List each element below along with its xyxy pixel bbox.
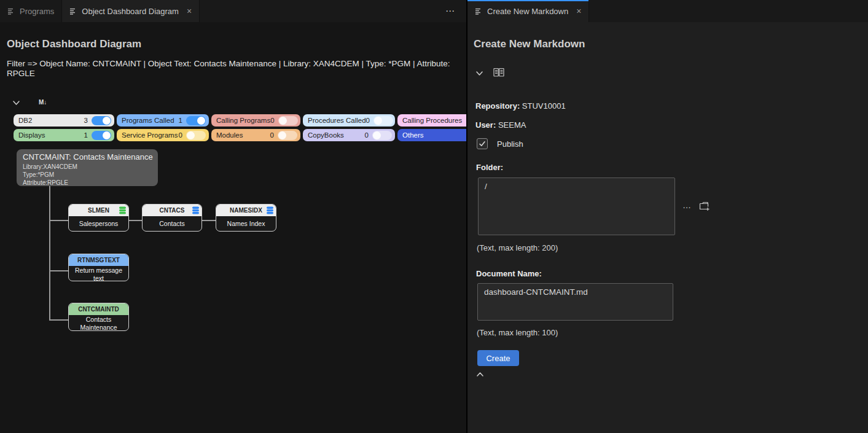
node-rtnmsgtext[interactable]: RTNMSGTEXT Return message text — [68, 254, 129, 281]
node-name: NAMESIDX — [230, 207, 262, 214]
create-button[interactable]: Create — [477, 350, 519, 366]
badge-others[interactable]: Others 0 — [397, 129, 466, 141]
node-namesidx[interactable]: NAMESIDX Names Index — [216, 204, 276, 232]
badge-programs-called[interactable]: Programs Called 1 — [117, 114, 209, 127]
tab-create-new-markdown[interactable]: Create New Markdown × — [467, 0, 589, 22]
chevron-up-icon[interactable] — [475, 370, 485, 379]
badge-label: Displays — [18, 131, 45, 139]
node-header: NAMESIDX — [216, 205, 276, 216]
connector-link — [129, 220, 142, 221]
document-name-input[interactable]: dashboard-CNTCMAINT.md — [477, 283, 673, 321]
left-tab-bar: Programs Object Dashboard Diagram × ⋯ — [0, 0, 466, 22]
node-description: Contacts — [143, 216, 201, 231]
toggle-switch[interactable] — [372, 131, 392, 140]
chevron-down-icon[interactable] — [12, 98, 21, 107]
connector-trunk — [49, 186, 50, 321]
node-header: CNTCMAINTD — [69, 303, 128, 315]
toggle-switch[interactable] — [92, 116, 111, 125]
chevron-down-icon[interactable] — [475, 69, 484, 78]
badge-label: Modules — [216, 131, 243, 139]
badge-label: Calling Programs — [216, 117, 270, 124]
publish-label: Publish — [497, 139, 523, 149]
list-icon — [69, 7, 77, 15]
tab-label: Create New Markdown — [487, 7, 568, 16]
badge-label: Calling Procedures — [402, 117, 462, 124]
user-value: SEEMA — [498, 120, 526, 130]
badge-label: CopyBooks — [308, 131, 344, 139]
new-folder-icon[interactable] — [699, 201, 710, 211]
more-actions-icon[interactable]: ⋯ — [434, 6, 466, 17]
close-icon[interactable]: × — [576, 7, 581, 15]
node-header: SLMEN — [69, 205, 128, 216]
badge-calling-procedures[interactable]: Calling Procedures 0 — [397, 114, 466, 127]
folder-label: Folder: — [476, 163, 503, 172]
database-icon — [267, 206, 273, 214]
badge-count: 1 — [179, 117, 186, 124]
toggle-switch[interactable] — [186, 131, 206, 140]
user-line: User: SEEMA — [475, 120, 526, 130]
badge-count: 1 — [84, 131, 92, 139]
toggle-badge-grid: DB2 3 Programs Called 1 Calling Programs… — [14, 114, 466, 141]
tab-label: Object Dashboard Diagram — [82, 7, 179, 16]
app-window: { "left_panel": { "tabs": [ { "label": "… — [0, 0, 868, 433]
node-cntcmaintd[interactable]: CNTCMAINTD Contacts Maintenance — [68, 303, 129, 331]
list-icon — [7, 7, 15, 15]
badge-calling-programs[interactable]: Calling Programs 0 — [211, 114, 300, 127]
browse-folder-icon[interactable]: … — [682, 200, 692, 210]
badge-label: Others — [402, 131, 424, 139]
root-node-type: Type:*PGM — [23, 171, 152, 179]
connector-branch — [50, 270, 69, 271]
repository-label: Repository: — [475, 101, 520, 111]
badge-label: Programs Called — [122, 117, 174, 124]
toggle-switch[interactable] — [278, 131, 297, 140]
badge-count: 0 — [270, 131, 278, 139]
badge-db2[interactable]: DB2 3 — [14, 114, 114, 127]
badge-procedures-called[interactable]: Procedures Called 0 — [303, 114, 395, 127]
diagram-editor-panel: Programs Object Dashboard Diagram × ⋯ Ob… — [0, 0, 466, 433]
badge-label: Service Programs — [122, 131, 178, 139]
document-name-label: Document Name: — [476, 269, 542, 278]
node-name: SLMEN — [88, 207, 109, 214]
node-name: CNTCMAINTD — [78, 306, 119, 313]
root-node-title: CNTCMAINT: Contacts Maintenance — [23, 152, 152, 162]
right-tab-bar: Create New Markdown × — [467, 0, 868, 22]
publish-checkbox[interactable] — [477, 138, 488, 149]
document-hint: (Text, max length: 100) — [477, 328, 558, 337]
diagram-root-node[interactable]: CNTCMAINT: Contacts Maintenance Library:… — [17, 149, 158, 186]
badge-count: 3 — [84, 117, 92, 124]
open-book-icon[interactable] — [493, 68, 504, 77]
badge-modules[interactable]: Modules 0 — [211, 129, 300, 141]
tab-programs[interactable]: Programs — [0, 0, 62, 22]
toggle-switch[interactable] — [278, 116, 298, 125]
connector-link — [202, 220, 216, 221]
tab-object-dashboard-diagram[interactable]: Object Dashboard Diagram × — [62, 0, 200, 22]
page-title: Object Dashboard Diagram — [7, 38, 141, 50]
sort-markdown-button[interactable]: M↓ — [39, 99, 47, 106]
toggle-switch[interactable] — [373, 116, 393, 125]
connector-branch — [50, 220, 69, 221]
node-description: Salespersons — [69, 216, 128, 231]
node-description: Return message text — [69, 266, 128, 281]
badge-copybooks[interactable]: CopyBooks 0 — [303, 129, 395, 141]
toggle-switch[interactable] — [186, 116, 206, 125]
node-header: RTNMSGTEXT — [69, 254, 128, 266]
close-icon[interactable]: × — [187, 7, 192, 15]
toggle-switch[interactable] — [92, 131, 111, 140]
user-label: User: — [475, 120, 496, 130]
filter-summary: Filter => Object Name: CNTCMAINT | Objec… — [7, 59, 463, 79]
node-header: CNTACS — [143, 205, 201, 216]
node-slmen[interactable]: SLMEN Salespersons — [68, 204, 129, 232]
badge-count: 0 — [179, 131, 186, 139]
connector-branch — [50, 319, 69, 321]
badge-displays[interactable]: Displays 1 — [14, 129, 114, 141]
create-markdown-panel: Create New Markdown × Create New Markdow… — [466, 0, 868, 433]
folder-input[interactable]: / — [478, 177, 675, 235]
badge-label: Procedures Called — [308, 117, 366, 124]
database-icon — [119, 206, 126, 214]
folder-hint: (Text, max length: 200) — [477, 243, 558, 252]
badge-count: 0 — [270, 117, 278, 124]
repository-line: Repository: STUV10001 — [475, 101, 566, 111]
node-name: CNTACS — [160, 207, 185, 214]
node-cntacs[interactable]: CNTACS Contacts — [142, 204, 202, 232]
badge-service-programs[interactable]: Service Programs 0 — [117, 129, 209, 141]
